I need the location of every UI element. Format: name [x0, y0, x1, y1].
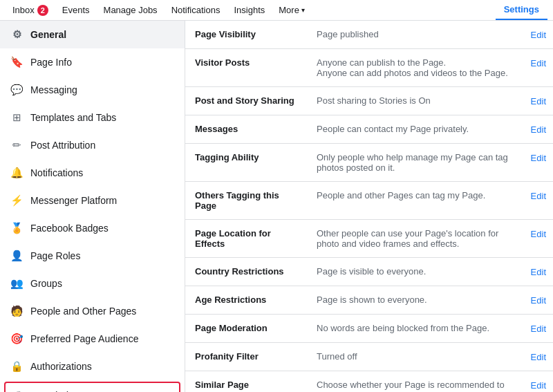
manage-jobs-label: Manage Jobs: [104, 5, 158, 15]
top-navigation: Inbox 2 Events Manage Jobs Notifications…: [0, 0, 553, 21]
setting-value: No words are being blocked from the Page…: [310, 315, 524, 343]
groups-icon: 👥: [10, 277, 24, 290]
messenger-platform-icon: ⚡: [10, 194, 24, 207]
table-row: Tagging AbilityOnly people who help mana…: [185, 144, 553, 182]
sidebar-item-label: Authorizations: [30, 361, 92, 372]
sidebar-item-branded-content[interactable]: ♻Branded Content→: [4, 382, 180, 392]
sidebar-item-messenger-platform[interactable]: ⚡Messenger Platform: [0, 187, 185, 214]
edit-button[interactable]: Edit: [531, 380, 546, 391]
inbox-nav-item[interactable]: Inbox 2: [6, 0, 55, 20]
more-chevron-icon: ▾: [301, 6, 305, 14]
general-icon: ⚙: [10, 28, 24, 41]
edit-button[interactable]: Edit: [531, 153, 546, 163]
sidebar-item-templates-tabs[interactable]: ⊞Templates and Tabs: [0, 104, 185, 131]
settings-nav-item[interactable]: Settings: [496, 0, 547, 20]
setting-label: Tagging Ability: [185, 144, 310, 182]
edit-button[interactable]: Edit: [531, 229, 546, 239]
settings-table: Page VisibilityPage publishedEditVisitor…: [185, 21, 553, 392]
sidebar-item-people-other-pages[interactable]: 🧑People and Other Pages: [0, 297, 185, 325]
templates-tabs-icon: ⊞: [10, 111, 24, 124]
settings-label: Settings: [504, 4, 539, 15]
table-row: Others Tagging this PagePeople and other…: [185, 182, 553, 220]
insights-label: Insights: [234, 5, 265, 15]
setting-value: Other people can use your Page's locatio…: [310, 220, 524, 258]
sidebar-item-general[interactable]: ⚙General: [0, 21, 185, 48]
edit-button[interactable]: Edit: [531, 267, 546, 277]
messaging-icon: 💬: [10, 83, 24, 97]
edit-button[interactable]: Edit: [531, 124, 546, 135]
main-layout: ⚙General🔖Page Info💬Messaging⊞Templates a…: [0, 21, 553, 392]
sidebar-item-label: Messaging: [30, 84, 77, 95]
setting-label: Page Moderation: [185, 315, 310, 343]
sidebar-item-label: Messenger Platform: [30, 195, 117, 206]
table-row: Visitor PostsAnyone can publish to the P…: [185, 49, 553, 87]
manage-jobs-nav-item[interactable]: Manage Jobs: [97, 0, 165, 20]
sidebar-item-label: Templates and Tabs: [30, 112, 116, 123]
table-row: MessagesPeople can contact my Page priva…: [185, 115, 553, 144]
post-attribution-icon: ✏: [10, 138, 24, 152]
edit-button[interactable]: Edit: [531, 96, 546, 106]
edit-button[interactable]: Edit: [531, 58, 546, 68]
table-row: Page Location for EffectsOther people ca…: [185, 220, 553, 258]
edit-button[interactable]: Edit: [531, 30, 546, 40]
events-label: Events: [62, 5, 90, 15]
sidebar-item-label: Page Roles: [30, 250, 80, 261]
sidebar: ⚙General🔖Page Info💬Messaging⊞Templates a…: [0, 21, 185, 392]
sidebar-item-label: Groups: [30, 278, 62, 289]
setting-label: Similar Page Suggestions: [185, 371, 310, 393]
inbox-badge: 2: [37, 5, 48, 16]
notifications-icon: 🔔: [10, 166, 24, 180]
setting-value: Page published: [310, 21, 524, 49]
page-info-icon: 🔖: [10, 55, 24, 69]
setting-value: Anyone can publish to the Page.Anyone ca…: [310, 49, 524, 87]
setting-value: Only people who help manage my Page can …: [310, 144, 524, 182]
table-row: Page VisibilityPage publishedEdit: [185, 21, 553, 49]
table-row: Similar Page SuggestionsChoose whether y…: [185, 371, 553, 393]
setting-value: Page is shown to everyone.: [310, 286, 524, 315]
sidebar-item-preferred-page-audience[interactable]: 🎯Preferred Page Audience: [0, 325, 185, 353]
page-roles-icon: 👤: [10, 249, 24, 263]
edit-button[interactable]: Edit: [531, 295, 546, 306]
notifications-label: Notifications: [171, 5, 221, 15]
notifications-nav-item[interactable]: Notifications: [165, 0, 227, 20]
setting-label: Visitor Posts: [185, 49, 310, 87]
sidebar-item-label: General: [30, 29, 66, 40]
sidebar-item-label: Notifications: [30, 167, 83, 178]
setting-label: Post and Story Sharing: [185, 87, 310, 115]
preferred-page-audience-icon: 🎯: [10, 332, 24, 346]
sidebar-item-authorizations[interactable]: 🔒Authorizations: [0, 353, 185, 380]
setting-label: Profanity Filter: [185, 343, 310, 371]
sidebar-item-page-info[interactable]: 🔖Page Info: [0, 48, 185, 76]
edit-button[interactable]: Edit: [531, 352, 546, 362]
edit-button[interactable]: Edit: [531, 191, 546, 201]
authorizations-icon: 🔒: [10, 360, 24, 373]
sidebar-item-notifications[interactable]: 🔔Notifications: [0, 159, 185, 187]
setting-label: Page Location for Effects: [185, 220, 310, 258]
sidebar-item-label: Page Info: [30, 57, 72, 68]
more-label: More: [279, 5, 299, 15]
inbox-label: Inbox: [12, 5, 35, 15]
sidebar-item-page-roles[interactable]: 👤Page Roles: [0, 242, 185, 270]
setting-label: Country Restrictions: [185, 258, 310, 286]
table-row: Page ModerationNo words are being blocke…: [185, 315, 553, 343]
facebook-badges-icon: 🏅: [10, 221, 24, 235]
edit-button[interactable]: Edit: [531, 324, 546, 334]
setting-label: Messages: [185, 115, 310, 144]
content-area: Page VisibilityPage publishedEditVisitor…: [185, 21, 553, 392]
branded-content-icon: ♻: [11, 389, 25, 392]
people-other-pages-icon: 🧑: [10, 304, 24, 318]
sidebar-item-post-attribution[interactable]: ✏Post Attribution: [0, 131, 185, 159]
table-row: Post and Story SharingPost sharing to St…: [185, 87, 553, 115]
sidebar-item-messaging[interactable]: 💬Messaging: [0, 76, 185, 104]
setting-value: People and other Pages can tag my Page.: [310, 182, 524, 220]
setting-value: Turned off: [310, 343, 524, 371]
more-nav-item[interactable]: More ▾: [272, 0, 312, 20]
table-row: Country RestrictionsPage is visible to e…: [185, 258, 553, 286]
table-row: Age RestrictionsPage is shown to everyon…: [185, 286, 553, 315]
setting-value: People can contact my Page privately.: [310, 115, 524, 144]
events-nav-item[interactable]: Events: [55, 0, 97, 20]
insights-nav-item[interactable]: Insights: [227, 0, 272, 20]
sidebar-item-facebook-badges[interactable]: 🏅Facebook Badges: [0, 214, 185, 242]
sidebar-item-groups[interactable]: 👥Groups: [0, 270, 185, 297]
sidebar-item-label: Post Attribution: [30, 140, 95, 151]
